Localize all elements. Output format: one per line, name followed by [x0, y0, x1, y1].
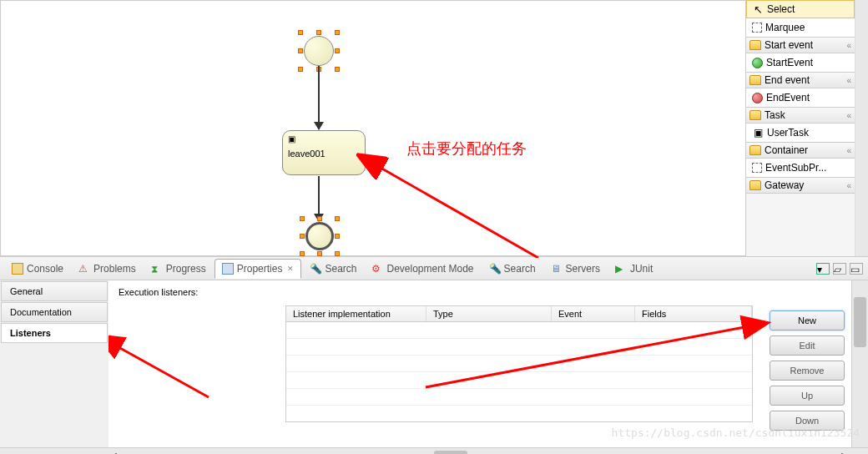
- remove-button[interactable]: Remove: [770, 361, 845, 381]
- folder-icon: [749, 180, 761, 190]
- annotation-text: 点击要分配的任务: [406, 139, 527, 159]
- palette-start-event[interactable]: StartEvent: [746, 53, 855, 72]
- user-task-icon: ▣: [752, 127, 764, 139]
- palette-event-subprocess[interactable]: EventSubPr...: [746, 159, 855, 177]
- th-event[interactable]: Event: [552, 306, 635, 321]
- palette-item-label: Marquee: [765, 22, 805, 33]
- palette-user-task[interactable]: ▣ UserTask: [746, 124, 855, 142]
- tab-search-2[interactable]: 🔦 Search: [482, 260, 542, 278]
- th-listener-impl[interactable]: Listener implementation: [286, 306, 426, 321]
- palette-panel: ↖ Select Marquee Start event StartEvent …: [746, 0, 855, 256]
- th-type[interactable]: Type: [426, 306, 552, 321]
- start-event-icon: [752, 58, 763, 68]
- subprocess-icon: [752, 163, 762, 173]
- table-row[interactable]: [286, 322, 752, 339]
- palette-item-label: StartEvent: [766, 57, 813, 68]
- svg-line-3: [119, 347, 209, 397]
- user-task-icon: ▣: [288, 134, 360, 144]
- search-icon: 🔦: [489, 263, 501, 275]
- palette-item-label: Select: [767, 3, 795, 15]
- servers-icon: 🖥: [551, 263, 563, 275]
- sequence-flow-1[interactable]: [318, 66, 320, 129]
- end-event-node[interactable]: [305, 222, 334, 250]
- palette-group-task[interactable]: Task: [746, 107, 855, 124]
- palette-item-label: EventSubPr...: [765, 162, 826, 174]
- scroll-thumb-h[interactable]: [434, 451, 467, 454]
- horizontal-scrollbar[interactable]: ◄ ►: [0, 447, 868, 454]
- folder-icon: [749, 40, 761, 50]
- up-button[interactable]: Up: [770, 386, 845, 406]
- palette-item-label: UserTask: [767, 127, 809, 139]
- prop-tab-documentation[interactable]: Documentation: [1, 302, 108, 322]
- new-button[interactable]: New: [770, 310, 845, 330]
- table-row[interactable]: [286, 389, 752, 406]
- junit-icon: ▶: [615, 263, 627, 275]
- tab-servers[interactable]: 🖥 Servers: [544, 260, 607, 278]
- tab-junit[interactable]: ▶ JUnit: [608, 260, 659, 278]
- main-editor-area: ▣ leave001 点击要分配的任务 ↖ Select: [0, 0, 868, 257]
- properties-scrollbar[interactable]: [851, 280, 868, 447]
- diagram-canvas[interactable]: ▣ leave001 点击要分配的任务: [0, 0, 746, 256]
- palette-marquee-tool[interactable]: Marquee: [746, 18, 855, 37]
- selection-handles-end[interactable]: [300, 216, 340, 256]
- tab-dev-mode[interactable]: ⚙ Development Mode: [365, 260, 480, 278]
- folder-icon: [749, 110, 761, 120]
- properties-panel: General Documentation Listeners Executio…: [0, 280, 868, 447]
- start-event-node[interactable]: [304, 36, 334, 66]
- task-label: leave001: [288, 149, 360, 159]
- edit-button[interactable]: Edit: [770, 335, 845, 356]
- tab-console[interactable]: Console: [5, 260, 70, 278]
- cursor-icon: ↖: [752, 3, 764, 15]
- folder-icon: [749, 75, 761, 85]
- palette-select-tool[interactable]: ↖ Select: [746, 0, 855, 18]
- th-fields[interactable]: Fields: [635, 306, 752, 321]
- dev-mode-icon: ⚙: [371, 263, 383, 275]
- end-event-icon: [752, 93, 763, 103]
- palette-group-start-event[interactable]: Start event: [746, 37, 855, 53]
- minimize-button[interactable]: ▱: [833, 263, 846, 275]
- tab-search-1[interactable]: 🔦 Search: [303, 260, 363, 278]
- listener-buttons: New Edit Remove Up Down: [770, 310, 845, 431]
- views-tab-bar: Console ⚠ Problems ⧗ Progress Properties…: [0, 257, 868, 280]
- tab-problems[interactable]: ⚠ Problems: [72, 260, 143, 278]
- table-row[interactable]: [286, 372, 752, 389]
- palette-end-event[interactable]: EndEvent: [746, 88, 855, 107]
- console-icon: [12, 263, 23, 275]
- folder-icon: [749, 145, 761, 155]
- annotation-arrows: [1, 1, 752, 258]
- palette-group-end-event[interactable]: End event: [746, 72, 855, 88]
- tab-progress[interactable]: ⧗ Progress: [144, 260, 213, 278]
- search-icon: 🔦: [310, 263, 321, 275]
- properties-tab-list: General Documentation Listeners: [0, 280, 108, 447]
- svg-line-1: [381, 168, 538, 258]
- listeners-table[interactable]: Listener implementation Type Event Field…: [285, 305, 753, 422]
- palette-item-label: EndEvent: [766, 92, 810, 103]
- listeners-header: Execution listeners:: [119, 287, 841, 297]
- close-icon[interactable]: ✕: [287, 265, 294, 273]
- sequence-flow-2[interactable]: [318, 176, 320, 221]
- view-menu-button[interactable]: ▾: [816, 263, 830, 275]
- palette-group-container[interactable]: Container: [746, 142, 855, 159]
- user-task-node[interactable]: ▣ leave001: [282, 130, 366, 175]
- problems-icon: ⚠: [78, 263, 90, 275]
- progress-icon: ⧗: [151, 263, 163, 275]
- prop-tab-listeners[interactable]: Listeners: [1, 323, 108, 343]
- palette-group-gateway[interactable]: Gateway: [746, 177, 855, 194]
- maximize-button[interactable]: ▭: [850, 263, 863, 275]
- prop-tab-general[interactable]: General: [1, 281, 108, 301]
- tab-properties[interactable]: Properties ✕: [214, 259, 302, 279]
- table-row[interactable]: [286, 356, 752, 372]
- marquee-icon: [752, 23, 762, 33]
- down-button[interactable]: Down: [770, 411, 845, 431]
- palette-scrollbar[interactable]: [855, 0, 868, 256]
- table-header-row: Listener implementation Type Event Field…: [286, 306, 752, 322]
- properties-content: Execution listeners: Listener implementa…: [108, 280, 851, 447]
- table-row[interactable]: [286, 339, 752, 356]
- scroll-thumb[interactable]: [854, 297, 866, 347]
- properties-icon: [222, 263, 234, 275]
